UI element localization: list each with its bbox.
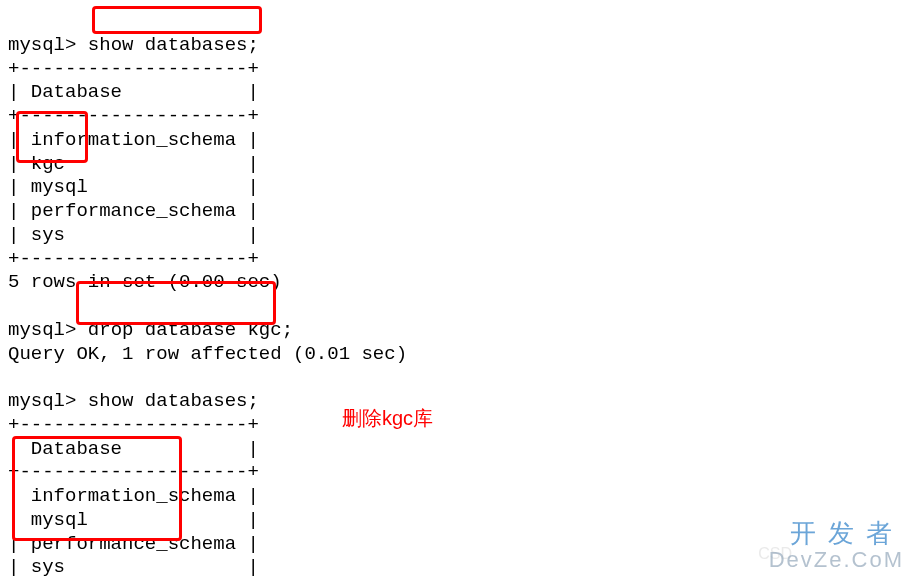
prompt: mysql> <box>8 390 88 412</box>
prompt: mysql> <box>8 319 88 341</box>
result-footer: 5 rows in set (0.00 sec) <box>8 271 282 293</box>
table-border: +--------------------+ <box>8 414 259 436</box>
table-row: | sys | <box>8 556 259 578</box>
table-border: +--------------------+ <box>8 248 259 270</box>
sql-command: drop database kgc; <box>88 319 293 341</box>
table-border: +--------------------+ <box>8 105 259 127</box>
table-header: | Database | <box>8 81 259 103</box>
table-row: | sys | <box>8 224 259 246</box>
table-row: | performance_schema | <box>8 200 259 222</box>
watermark-line1: 开发者 <box>769 519 904 548</box>
sql-command: show databases; <box>88 390 259 412</box>
annotation-text: 删除kgc库 <box>342 406 433 431</box>
sql-command: show databases; <box>88 34 259 56</box>
table-row: | performance_schema | <box>8 533 259 555</box>
table-row: | kgc | <box>8 153 259 175</box>
table-row: | mysql | <box>8 509 259 531</box>
table-row: | information_schema | <box>8 485 259 507</box>
table-row: | information_schema | <box>8 129 259 151</box>
table-border: +--------------------+ <box>8 58 259 80</box>
table-border: +--------------------+ <box>8 580 259 584</box>
query-result: Query OK, 1 row affected (0.01 sec) <box>8 343 407 365</box>
table-header: | Database | <box>8 438 259 460</box>
table-border: +--------------------+ <box>8 461 259 483</box>
prompt: mysql> <box>8 34 88 56</box>
terminal-output: mysql> show databases; +----------------… <box>8 10 912 584</box>
watermark-line2: DevZe.CoM <box>769 548 904 572</box>
table-row: | mysql | <box>8 176 259 198</box>
watermark: 开发者 DevZe.CoM <box>769 519 904 572</box>
